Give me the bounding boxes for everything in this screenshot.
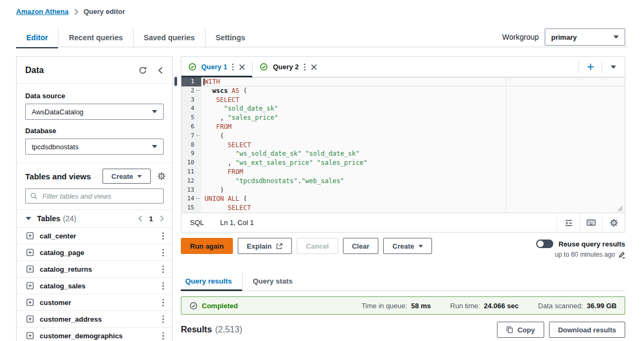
tab-settings[interactable]: Settings [205,28,255,47]
fold-toggle-icon[interactable]: – [196,131,200,140]
filter-input-box[interactable] [25,188,164,204]
database-select[interactable]: tpcdsdbnostats [25,139,164,155]
reuse-results-label: Reuse query results [559,240,625,248]
tab-query-results[interactable]: Query results [181,272,242,291]
tab-editor[interactable]: Editor [16,28,58,47]
next-page-icon[interactable] [159,215,164,222]
table-menu-kebab-icon[interactable] [162,232,164,240]
table-menu-kebab-icon[interactable] [162,332,164,340]
code-text: "sold_date_sk" [201,104,278,113]
format-query-icon[interactable] [557,213,580,232]
line-number: 1 [181,77,201,86]
expand-table-icon[interactable] [26,265,34,273]
editor-status-bar: SQL Ln 1, Col 1 [181,213,625,232]
query-tab-menu-icon[interactable] [232,63,234,71]
line-number: 13 [181,186,201,195]
chevron-right-icon [74,9,79,15]
table-name[interactable]: customer_demographics [40,332,156,340]
table-name[interactable]: customer_address [40,315,156,323]
table-menu-kebab-icon[interactable] [162,249,164,257]
copy-button[interactable]: Copy [497,322,544,338]
query-tab-menu-icon[interactable] [304,63,306,71]
query-tab-2[interactable]: Query 2 [253,57,324,77]
create-button[interactable]: Create [103,169,151,184]
completed-check-circle-icon [189,302,197,310]
code-line: 15 SELECT [181,204,625,213]
expand-table-icon[interactable] [26,249,34,256]
fold-toggle-icon[interactable]: – [196,86,200,95]
code-line: 5 , "sales_price" [181,113,625,122]
create-query-button[interactable]: Create [383,238,431,254]
table-name[interactable]: catalog_sales [40,282,156,290]
table-name[interactable]: customer [40,299,156,307]
expand-table-icon[interactable] [26,332,34,339]
results-count: (2,513) [215,325,243,335]
expand-table-icon[interactable] [26,282,34,289]
workgroup-select[interactable]: primary [545,28,625,46]
table-name[interactable]: catalog_returns [40,265,156,273]
code-line: 8 SELECT [181,141,625,150]
tab-query-stats[interactable]: Query stats [242,272,303,291]
table-menu-kebab-icon[interactable] [162,282,164,290]
tables-pagination: 1 [138,215,164,223]
line-number: 11 [181,168,201,177]
filter-tables-input[interactable] [41,192,159,201]
table-menu-kebab-icon[interactable] [162,315,164,323]
data-source-select[interactable]: AwsDataCatalog [25,104,164,120]
line-number: 14– [181,194,201,204]
code-line: 13 ) [181,186,625,195]
copy-icon [506,326,513,333]
line-number: 6 [181,122,201,132]
tables-and-views-header: Tables and views Create [17,163,172,188]
table-row: catalog_returns [17,260,172,277]
external-link-icon [276,243,283,250]
collapse-panel-icon[interactable] [157,67,164,74]
expand-table-icon[interactable] [26,315,34,323]
expand-table-icon[interactable] [26,299,34,306]
query-tab-bar: Query 1 Query 2 [181,57,625,77]
table-name[interactable]: call_center [40,232,156,240]
code-line: 11 FROM [181,168,625,177]
gear-icon[interactable] [157,172,166,180]
fold-toggle-icon[interactable]: – [196,194,200,203]
tab-recent-queries[interactable]: Recent queries [58,28,133,47]
code-line: 2– wscs AS ( [181,86,625,96]
breadcrumb: Amazon Athena Query editor [16,8,125,16]
editor-settings-gear-icon[interactable] [602,213,625,232]
close-tab-icon[interactable] [239,64,245,70]
expand-table-icon[interactable] [26,232,34,240]
athena-query-editor-page: { "colors": { "link_blue": "#0073bb", "p… [0,0,644,341]
new-query-tab-icon[interactable] [579,57,602,77]
breadcrumb-link-athena[interactable]: Amazon Athena [16,8,69,16]
code-line: 9 "ws_sold_date_sk" "sold_date_sk" [181,149,625,158]
query-tab-1[interactable]: Query 1 [181,57,252,77]
tab-saved-queries[interactable]: Saved queries [133,28,205,47]
sidebar-scrollbar-thumb[interactable] [174,77,177,86]
tables-group-title: Tables [37,214,60,223]
table-name[interactable]: catalog_page [40,249,156,257]
results-title: Results [181,325,212,335]
close-tab-icon[interactable] [311,64,317,70]
line-number: 5 [181,113,201,122]
keyboard-shortcuts-icon[interactable] [580,213,602,232]
refresh-icon[interactable] [138,66,147,75]
download-results-button[interactable]: Download results [549,322,625,338]
explain-button[interactable]: Explain [238,238,292,254]
caret-down-icon [152,110,157,113]
editor-resize-handle-icon[interactable] [617,205,623,212]
tables-expand-caret-icon[interactable] [26,217,31,220]
edit-pencil-icon[interactable] [618,251,625,258]
previous-page-icon[interactable] [138,215,143,222]
reuse-results-toggle[interactable] [536,240,553,248]
tables-count: (24) [63,214,137,223]
workgroup-label: Workgroup [502,33,539,41]
cancel-button[interactable]: Cancel [297,238,338,254]
clear-button[interactable]: Clear [343,238,379,254]
sql-code-editor[interactable]: 1WITH2– wscs AS (3 SELECT4 "sold_date_sk… [181,77,625,213]
table-menu-kebab-icon[interactable] [162,299,164,307]
tab-list-caret-icon[interactable] [602,57,625,77]
metric-time-in-queue: Time in queue: 58 ms [361,302,430,310]
run-again-button[interactable]: Run again [181,238,233,254]
table-menu-kebab-icon[interactable] [162,265,164,273]
caret-down-icon [137,175,142,178]
